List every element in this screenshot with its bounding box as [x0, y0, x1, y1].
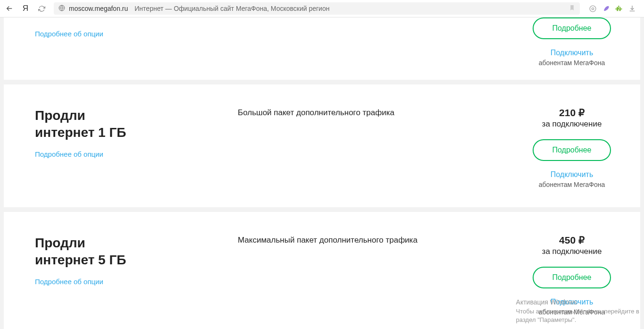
option-price-sub: за подключение [513, 247, 631, 256]
option-title: Продли интернет 5 ГБ [35, 235, 238, 269]
extension-feather-icon[interactable] [602, 4, 610, 13]
option-more-link[interactable]: Подробнее об опции [35, 150, 238, 158]
option-title-line2: интернет 1 ГБ [35, 125, 126, 140]
option-description: Большой пакет дополнительного трафика [238, 107, 494, 119]
details-button[interactable]: Подробнее [533, 267, 611, 288]
connect-link[interactable]: Подключить [513, 49, 631, 57]
address-bar[interactable]: moscow.megafon.ru Интернет — Официальный… [54, 2, 580, 15]
watermark-title: Активация Windows [516, 298, 639, 307]
option-more-link[interactable]: Подробнее об опции [35, 30, 238, 38]
option-description: Максимальный пакет дополнительного трафи… [238, 235, 494, 246]
option-card-1gb: Продли интернет 1 ГБ Подробнее об опции … [4, 84, 640, 207]
svg-point-1 [590, 6, 596, 12]
page-content: Подробнее об опции Подробнее Подключить … [0, 17, 644, 329]
extension-icons: ? [585, 4, 640, 13]
download-icon[interactable] [628, 4, 636, 13]
details-button[interactable]: Подробнее [533, 139, 611, 161]
option-title-line1: Продли [35, 236, 85, 250]
extension-help-icon[interactable]: ? [615, 4, 623, 13]
option-title-line1: Продли [35, 108, 85, 123]
back-button[interactable] [4, 3, 15, 14]
option-card-partial: Подробнее об опции Подробнее Подключить … [4, 17, 640, 80]
option-price: 210 ₽ [513, 107, 631, 118]
option-price: 450 ₽ [513, 235, 631, 246]
option-price-sub: за подключение [513, 119, 631, 129]
connect-link[interactable]: Подключить [513, 170, 631, 179]
watermark-line1: Чтобы активировать Windows, перейдите в [516, 307, 639, 316]
yandex-logo[interactable]: Я [20, 3, 31, 14]
browser-toolbar: Я moscow.megafon.ru Интернет — Официальн… [0, 0, 644, 17]
option-more-link[interactable]: Подробнее об опции [35, 278, 238, 286]
watermark-line2: раздел "Параметры". [516, 316, 639, 324]
option-title-line2: интернет 5 ГБ [35, 253, 126, 267]
address-host: moscow.megafon.ru [69, 5, 128, 12]
reload-button[interactable] [36, 3, 47, 14]
bookmark-icon[interactable] [569, 4, 575, 13]
connect-note: абонентам МегаФона [513, 59, 631, 67]
globe-icon [59, 5, 65, 13]
details-button[interactable]: Подробнее [533, 17, 611, 39]
address-title: Интернет — Официальный сайт МегаФона, Мо… [134, 5, 329, 12]
connect-note: абонентам МегаФона [513, 181, 631, 188]
option-title: Продли интернет 1 ГБ [35, 107, 238, 142]
extension-clock-icon[interactable] [588, 4, 597, 13]
windows-activation-watermark: Активация Windows Чтобы активировать Win… [516, 298, 639, 324]
svg-point-2 [592, 8, 594, 9]
